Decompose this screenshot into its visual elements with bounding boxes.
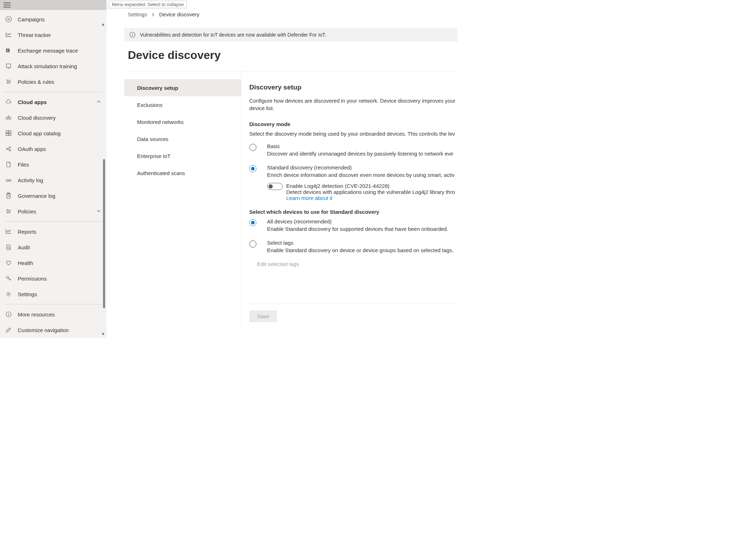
radio-select-tags[interactable] [249, 240, 256, 248]
sidebar-item-label: Reports [18, 229, 102, 235]
sidebar: ▲ Campaigns Threat tracker E Exchange me… [0, 0, 107, 338]
sidebar-item-permissions[interactable]: Permissions [4, 271, 103, 286]
chevron-right-icon [151, 13, 155, 16]
sidebar-item-cloud-app-catalog[interactable]: Cloud app catalog [4, 125, 103, 141]
svg-rect-12 [6, 134, 8, 136]
svg-rect-10 [6, 131, 8, 133]
svg-point-1 [8, 18, 10, 20]
info-banner: Vulnerabilities and detection for IoT de… [124, 28, 457, 42]
sidebar-item-customize-navigation[interactable]: Customize navigation [4, 322, 103, 338]
svg-point-5 [7, 80, 8, 81]
svg-point-24 [8, 247, 10, 249]
toggle-log4j-desc: Detect devices with applications using t… [286, 189, 455, 195]
sidebar-item-files[interactable]: Files [4, 157, 103, 172]
save-button[interactable]: Save [249, 310, 277, 322]
discovery-mode-label: Discovery mode [249, 121, 457, 127]
subnav-data-sources[interactable]: Data sources [124, 130, 241, 147]
sidebar-item-policies[interactable]: Policies [4, 203, 103, 219]
sidebar-item-label: More resources [18, 311, 102, 318]
sidebar-item-settings[interactable]: Settings [4, 286, 103, 302]
svg-point-9 [9, 117, 11, 119]
breadcrumb-current: Device discovery [159, 11, 199, 17]
svg-point-16 [9, 150, 11, 151]
sidebar-item-label: Health [18, 260, 102, 266]
target-icon [5, 16, 12, 23]
svg-rect-19 [7, 194, 10, 198]
svg-rect-4 [6, 64, 11, 67]
detail-description: Configure how devices are discovered in … [249, 97, 457, 112]
clipboard-icon [5, 192, 12, 199]
radio-standard-title: Standard discovery (recommended) [267, 164, 455, 170]
scrollbar-thumb[interactable] [103, 159, 105, 308]
sidebar-item-label: Cloud discovery [18, 115, 102, 121]
radio-all-devices-title: All devices (recommended) [267, 218, 448, 224]
radio-all-devices-desc: Enable Standard discovery for supported … [267, 226, 448, 232]
training-icon [5, 63, 12, 70]
subnav-exclusions[interactable]: Exclusions [124, 96, 241, 113]
subnav-discovery-setup[interactable]: Discovery setup [124, 79, 241, 96]
sidebar-item-reports[interactable]: Reports [4, 224, 103, 239]
breadcrumb-root[interactable]: Settings [128, 11, 147, 17]
radio-select-tags-title: Select tags [267, 240, 453, 246]
sidebar-item-oauth-apps[interactable]: OAuth apps [4, 141, 103, 157]
scroll-down[interactable]: ▼ [101, 332, 105, 336]
sidebar-item-campaigns[interactable]: Campaigns [4, 11, 103, 27]
sliders-icon [5, 208, 12, 215]
sidebar-item-activity-log[interactable]: Activity log [4, 172, 103, 188]
sidebar-item-label: Attack simulation training [18, 63, 102, 69]
sidebar-item-audit[interactable]: Audit [4, 239, 103, 255]
grid-icon [5, 130, 12, 137]
subnav-enterprise-iot[interactable]: Enterprise IoT [124, 147, 241, 164]
sidebar-item-governance-log[interactable]: Governance log [4, 188, 103, 203]
sidebar-item-label: Permissions [18, 276, 102, 282]
chevron-up-icon [97, 99, 102, 105]
exchange-icon: E [5, 47, 12, 54]
menu-tooltip: Menu expanded. Select to collapse [109, 1, 187, 8]
subnav-monitored-networks[interactable]: Monitored networks [124, 113, 241, 130]
sidebar-item-label: Exchange message trace [18, 48, 102, 54]
sidebar-item-policies-rules[interactable]: Policies & rules [4, 74, 103, 89]
radio-basic[interactable] [249, 144, 256, 151]
sidebar-item-label: Policies [18, 208, 97, 215]
subnav-authenticated-scans[interactable]: Authenticated scans [124, 164, 241, 181]
radio-standard-desc: Enrich device information and discover e… [267, 172, 455, 178]
sidebar-item-threat-tracker[interactable]: Threat tracker [4, 27, 103, 43]
spectacles-icon [5, 177, 12, 184]
sidebar-item-more-resources[interactable]: More resources [4, 306, 103, 322]
svg-point-18 [9, 179, 11, 181]
radio-all-devices[interactable] [249, 219, 256, 226]
svg-text:E: E [7, 49, 9, 52]
divider [4, 221, 102, 222]
sidebar-item-label: Customize navigation [18, 327, 102, 333]
gear-icon [5, 291, 12, 298]
svg-point-0 [6, 16, 11, 22]
page-title: Device discovery [124, 42, 457, 71]
select-devices-label: Select which devices to use for Standard… [249, 209, 457, 215]
trend-icon [5, 31, 12, 38]
radio-basic-title: Basic [267, 143, 453, 149]
radio-select-tags-desc: Enable Standard discovery on device or d… [267, 247, 453, 253]
divider [4, 92, 102, 92]
toggle-log4j[interactable] [267, 183, 283, 190]
heart-icon [5, 259, 12, 266]
detail-heading: Discovery setup [249, 83, 457, 91]
oauth-icon [5, 145, 12, 152]
edit-selected-tags-link: Edit selected tags [257, 261, 457, 267]
sidebar-item-cloud-discovery[interactable]: Cloud discovery [4, 110, 103, 125]
discovery-mode-desc: Select the discovery mode being used by … [249, 131, 457, 137]
sidebar-item-label: Cloud app catalog [18, 130, 102, 136]
svg-point-15 [9, 147, 11, 148]
sidebar-item-exchange-trace[interactable]: E Exchange message trace [4, 43, 103, 58]
svg-rect-13 [9, 134, 11, 136]
sidebar-item-health[interactable]: Health [4, 255, 103, 271]
key-icon [5, 275, 12, 282]
sidebar-item-cloud-apps[interactable]: Cloud apps [4, 94, 103, 110]
radio-standard[interactable] [249, 165, 256, 172]
sidebar-item-label: Threat tracker [18, 32, 102, 38]
sidebar-item-label: Campaigns [18, 16, 102, 22]
sidebar-item-attack-simulation[interactable]: Attack simulation training [4, 58, 103, 74]
scroll-up[interactable]: ▲ [101, 22, 105, 26]
binoculars-icon [5, 114, 12, 121]
hamburger-menu-button[interactable] [0, 1, 14, 9]
log4j-learn-more-link[interactable]: Learn more about it [286, 195, 332, 201]
